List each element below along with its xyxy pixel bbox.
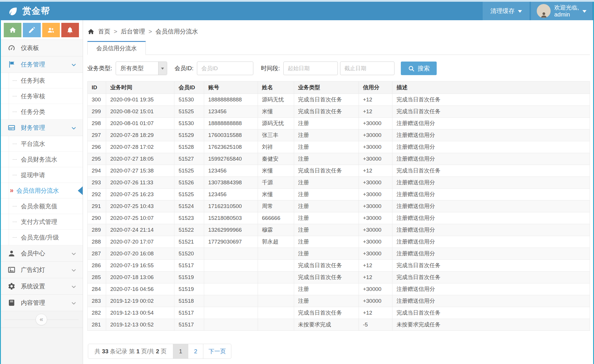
cell-account: 13262999966 bbox=[204, 224, 258, 236]
pagination: 共 33 条记录 第 1 页/共 2 页 12下一页 bbox=[88, 344, 231, 359]
sidebar-item-system-settings[interactable]: 系统设置 bbox=[0, 278, 83, 295]
page-button-2[interactable]: 2 bbox=[188, 344, 203, 359]
sidebar-item-content-management[interactable]: 内容管理 bbox=[0, 295, 83, 311]
type-select[interactable]: 所有类型 bbox=[116, 62, 167, 75]
home-icon bbox=[9, 26, 16, 34]
cell-member-id: 51519 bbox=[174, 272, 204, 283]
cell-id: 298 bbox=[88, 118, 106, 129]
cell-id: 300 bbox=[88, 94, 106, 106]
page-button-1[interactable]: 1 bbox=[173, 344, 188, 359]
sidebar-item-member-balance-recharge[interactable]: 会员余额充值 bbox=[0, 198, 83, 214]
cell-name bbox=[258, 295, 294, 307]
chevron-down-icon bbox=[71, 125, 77, 131]
shortcut-home-button[interactable] bbox=[4, 23, 21, 37]
sidebar-item-member-center[interactable]: 会员中心 bbox=[0, 245, 83, 262]
sidebar-item-label: 任务管理 bbox=[21, 60, 45, 68]
period-label: 时间段: bbox=[261, 64, 280, 72]
cell-desc: 注册赠送信用分 bbox=[392, 295, 590, 307]
cell-member-id: 51525 bbox=[174, 106, 204, 118]
cell-account bbox=[204, 283, 258, 295]
tab-member-credit-flow[interactable]: 会员信用分流水 bbox=[87, 41, 146, 55]
member-id-input[interactable] bbox=[197, 62, 253, 75]
table-row: 2912020-07-25 10:435152417162310500周常注册+… bbox=[88, 200, 590, 212]
cell-name: 秦健安 bbox=[258, 153, 294, 165]
cell-time: 2020-08-01 01:07 bbox=[106, 118, 174, 129]
sidebar-item-dashboard[interactable]: 仪表板 bbox=[0, 40, 83, 56]
cell-account: 17162310500 bbox=[204, 200, 258, 212]
sidebar-item-ad-slides[interactable]: 广告幻灯 bbox=[0, 262, 83, 278]
end-date-input[interactable] bbox=[340, 62, 394, 75]
cell-name: 张三丰 bbox=[258, 129, 294, 141]
table-row: 2852020-07-18 13:0651519完成当日首次任务+12完成当日首… bbox=[88, 272, 590, 283]
cell-desc: 注册赠送信用分 bbox=[392, 236, 590, 248]
shortcut-bell-button[interactable] bbox=[61, 23, 79, 37]
cell-biz-type: 完成当日首次任务 bbox=[294, 106, 359, 118]
cell-id: 297 bbox=[88, 129, 106, 141]
sidebar-item-task-management[interactable]: 任务管理 bbox=[0, 56, 83, 73]
chevron-down-icon bbox=[71, 62, 77, 68]
sidebar-item-platform-flow[interactable]: 平台流水 bbox=[0, 136, 83, 152]
breadcrumb-home[interactable]: 首页 bbox=[98, 27, 110, 36]
cell-account: 15218080503 bbox=[204, 212, 258, 224]
cell-member-id: 51521 bbox=[174, 236, 204, 248]
next-page-button[interactable]: 下一页 bbox=[203, 344, 231, 359]
sidebar-item-finance-management[interactable]: 财务管理 bbox=[0, 120, 83, 136]
column-header-account: 账号 bbox=[204, 81, 258, 94]
cell-time: 2020-07-27 15:38 bbox=[106, 165, 174, 177]
sidebar-item-label: 仪表板 bbox=[21, 44, 39, 52]
chevron-down-icon bbox=[71, 284, 77, 290]
cell-account bbox=[204, 295, 258, 307]
start-date-input[interactable] bbox=[283, 62, 338, 75]
sidebar-item-payment-method-management[interactable]: 支付方式管理 bbox=[0, 214, 83, 230]
cell-biz-type: 注册 bbox=[294, 141, 359, 153]
sidebar-item-member-credit-flow[interactable]: »会员信用分流水 bbox=[0, 183, 83, 198]
cell-id: 284 bbox=[88, 283, 106, 295]
cell-time: 2019-12-19 00:02 bbox=[106, 295, 174, 307]
pagination-pages: 12下一页 bbox=[173, 344, 231, 359]
table-row: 2892020-07-24 21:145152213262999966穆霖注册+… bbox=[88, 224, 590, 236]
chevron-down-icon bbox=[71, 300, 77, 307]
column-header-biz-type: 业务类型 bbox=[294, 81, 359, 94]
sidebar-item-label: 会员信用分流水 bbox=[16, 187, 59, 195]
sidebar-item-task-list[interactable]: 任务列表 bbox=[0, 73, 83, 88]
table-row: 2962020-07-28 17:025152817623625108刘祥注册+… bbox=[88, 141, 590, 153]
avatar bbox=[537, 4, 551, 18]
cell-name: 千源 bbox=[258, 177, 294, 189]
cell-credit: +30000 bbox=[359, 118, 392, 129]
sidebar-item-label: 广告幻灯 bbox=[21, 266, 45, 274]
table-row: 2952020-07-27 18:055152715992765840秦健安注册… bbox=[88, 153, 590, 165]
search-button[interactable]: 搜索 bbox=[401, 62, 437, 75]
bell-icon bbox=[66, 26, 74, 34]
cell-id: 289 bbox=[88, 224, 106, 236]
sidebar-collapse-row: « bbox=[0, 311, 83, 328]
sidebar-item-label: 会员中心 bbox=[21, 249, 45, 257]
cell-id: 293 bbox=[88, 177, 106, 189]
cell-account bbox=[204, 260, 258, 272]
user-menu[interactable]: 欢迎光临, admin bbox=[531, 2, 592, 20]
cell-biz-type: 完成当日首次任务 bbox=[294, 260, 359, 272]
shortcut-users-button[interactable] bbox=[42, 23, 60, 37]
breadcrumb-admin[interactable]: 后台管理 bbox=[121, 27, 145, 36]
cell-credit: +30000 bbox=[359, 141, 392, 153]
sidebar-item-member-recharge-upgrade[interactable]: 会员充值/升级 bbox=[0, 230, 83, 245]
sidebar-item-member-finance-flow[interactable]: 会员财务流水 bbox=[0, 152, 83, 167]
dash-marker bbox=[13, 96, 17, 96]
brand-logo[interactable]: 赏金帮 bbox=[0, 2, 50, 20]
sidebar-item-withdrawal-request[interactable]: 提现申请 bbox=[0, 167, 83, 183]
cell-biz-type: 注册 bbox=[294, 118, 359, 129]
content-area: 首页 > 后台管理 > 会员信用分流水 会员信用分流水 业务类型: 所有类型 会… bbox=[83, 20, 594, 364]
cell-credit: +30000 bbox=[359, 236, 392, 248]
sidebar-item-label: 会员充值/升级 bbox=[21, 233, 59, 242]
clear-cache-button[interactable]: 清理缓存 bbox=[483, 2, 530, 20]
cell-id: 286 bbox=[88, 260, 106, 272]
sidebar-item-label: 会员财务流水 bbox=[21, 155, 57, 164]
shortcut-pencil-button[interactable] bbox=[23, 23, 40, 37]
cell-biz-type: 注册 bbox=[294, 189, 359, 200]
sidebar-item-task-review[interactable]: 任务审核 bbox=[0, 88, 83, 104]
sidebar-item-task-category[interactable]: 任务分类 bbox=[0, 104, 83, 120]
column-header-member-id: 会员ID bbox=[174, 81, 204, 94]
cell-desc: 完成当日首次任务 bbox=[392, 272, 590, 283]
cell-time: 2020-07-25 10:07 bbox=[106, 212, 174, 224]
sidebar-collapse-button[interactable]: « bbox=[36, 314, 47, 325]
cell-member-id: 51526 bbox=[174, 177, 204, 189]
